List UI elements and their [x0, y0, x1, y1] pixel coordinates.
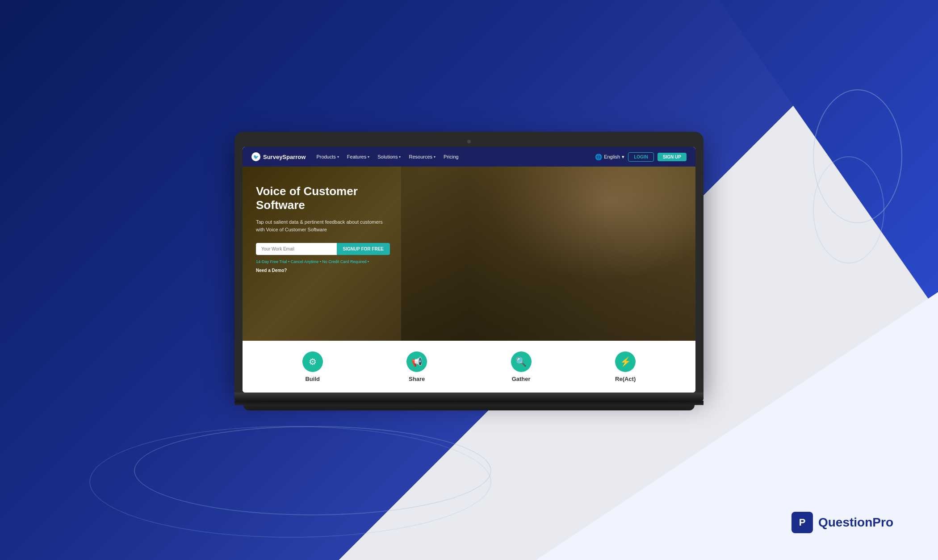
feature-share-label: Share [409, 376, 425, 382]
feature-react: ⚡ Re(Act) [615, 351, 636, 382]
questionpro-logo-letter: P [799, 517, 806, 528]
trial-text: 14-Day Free Trial • Cancel Anytime • No … [256, 259, 369, 264]
build-icon: ⚙ [302, 351, 323, 372]
nav-products-label: Products [316, 154, 335, 159]
bg-curve-2 [813, 156, 884, 263]
questionpro-logo-box: P [791, 512, 813, 533]
share-icon: 📢 [406, 351, 427, 372]
nav-language-selector[interactable]: 🌐 English ▾ [595, 154, 624, 160]
hero-content: Voice of Customer Software Tap out salie… [243, 167, 403, 292]
demo-link[interactable]: Need a Demo? [256, 268, 287, 273]
nav-resources-chevron: ▾ [434, 155, 436, 159]
site-logo[interactable]: 🐦 SurveySparrow [251, 152, 306, 161]
feature-react-label: Re(Act) [615, 376, 636, 382]
nav-solutions-label: Solutions [377, 154, 398, 159]
hero-signup-form: SIGNUP FOR FREE [256, 243, 390, 255]
nav-solutions[interactable]: Solutions ▾ [374, 147, 404, 167]
feature-gather: 🔍 Gather [511, 351, 532, 382]
logo-text: SurveySparrow [263, 154, 306, 160]
nav-features[interactable]: Features ▾ [343, 147, 373, 167]
nav-features-chevron: ▾ [368, 155, 369, 159]
hero-subtitle: Tap out salient data & pertinent feedbac… [256, 218, 390, 233]
nav-pricing[interactable]: Pricing [440, 147, 462, 167]
questionpro-brand-name: QuestionPro [818, 515, 893, 530]
bg-curve-bottom-1 [134, 426, 491, 515]
laptop-camera [467, 140, 471, 143]
website-navbar: 🐦 SurveySparrow Products ▾ Features ▾ So… [243, 147, 695, 167]
laptop-device: 🐦 SurveySparrow Products ▾ Features ▾ So… [234, 132, 704, 410]
email-input[interactable] [256, 243, 337, 255]
feature-gather-label: Gather [512, 376, 531, 382]
laptop-screen: 🐦 SurveySparrow Products ▾ Features ▾ So… [243, 147, 695, 393]
features-section: ⚙ Build 📢 Share 🔍 Gather ⚡ Re(Act) [243, 341, 695, 393]
nav-products[interactable]: Products ▾ [313, 147, 342, 167]
bg-curve-bottom-2 [89, 426, 491, 538]
nav-links-group: Products ▾ Features ▾ Solutions ▾ Resour… [313, 147, 595, 167]
hero-fine-print: 14-Day Free Trial • Cancel Anytime • No … [256, 259, 390, 264]
nav-resources-label: Resources [409, 154, 432, 159]
feature-build: ⚙ Build [302, 351, 323, 382]
nav-right-group: 🌐 English ▾ LOGIN SIGN UP [595, 152, 687, 162]
logo-icon: 🐦 [251, 152, 260, 161]
bg-curve-1 [813, 89, 902, 223]
nav-features-label: Features [347, 154, 366, 159]
nav-lang-label: English [604, 154, 620, 159]
nav-pricing-label: Pricing [444, 154, 459, 159]
laptop-bezel: 🐦 SurveySparrow Products ▾ Features ▾ So… [234, 132, 704, 393]
nav-resources[interactable]: Resources ▾ [405, 147, 439, 167]
laptop-hinge [234, 401, 704, 405]
react-icon: ⚡ [615, 351, 636, 372]
nav-lang-chevron: ▾ [622, 154, 624, 160]
questionpro-branding: P QuestionPro [791, 512, 893, 533]
nav-solutions-chevron: ▾ [399, 155, 401, 159]
feature-share: 📢 Share [406, 351, 427, 382]
hero-title: Voice of Customer Software [256, 184, 390, 212]
feature-build-label: Build [305, 376, 320, 382]
gather-icon: 🔍 [511, 351, 532, 372]
nav-products-chevron: ▾ [337, 155, 339, 159]
laptop-base [234, 393, 704, 401]
globe-icon: 🌐 [595, 154, 602, 160]
login-button[interactable]: LOGIN [628, 152, 654, 162]
laptop-bottom [243, 405, 695, 410]
signup-button[interactable]: SIGN UP [657, 153, 687, 161]
hero-section: Voice of Customer Software Tap out salie… [243, 167, 695, 341]
hero-signup-button[interactable]: SIGNUP FOR FREE [337, 243, 390, 255]
